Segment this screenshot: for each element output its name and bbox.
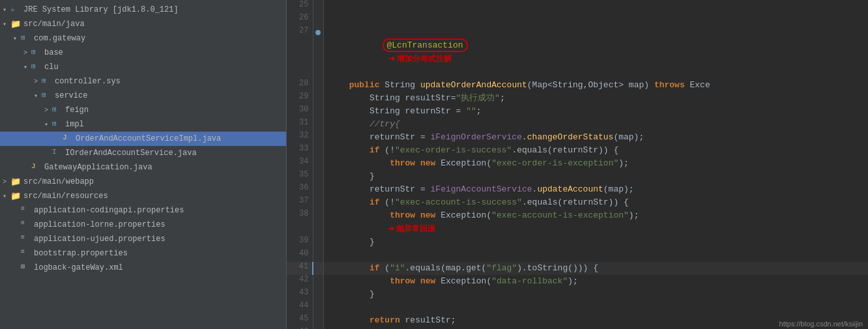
tree-item-app-ujued[interactable]: ≡ application-ujued.properties [0, 232, 286, 246]
tree-item-feign[interactable]: > ⊞ feign [0, 103, 286, 117]
tree-item-service[interactable]: ▾ ⊞ service [0, 89, 286, 103]
tree-item-order-account-impl[interactable]: J OrderAndAccountServiceImpl.java [0, 132, 286, 146]
tree-label: application-ujued.properties [34, 235, 166, 244]
tree-item-src-main-webapp[interactable]: > 📁 src/main/webapp [0, 175, 286, 189]
gutter [313, 183, 323, 196]
gutter-dot [315, 30, 321, 35]
gutter [313, 118, 323, 131]
tree-label: IOrderAndAccountService.java [65, 149, 197, 158]
tree-label: GatewayApplication.java [44, 163, 152, 172]
code-line [323, 249, 868, 262]
properties-icon: ≡ [21, 205, 31, 216]
file-tree[interactable]: ▾ ☕ JRE System Library [jdk1.8.0_121] ▾ … [0, 0, 287, 329]
expand-icon: > [44, 107, 52, 114]
gutter [313, 144, 323, 157]
watermark: https://blog.csdn.net/ksiijin [779, 320, 863, 328]
gutter [313, 196, 323, 209]
tree-item-controller-sys[interactable]: > ⊞ controller.sys [0, 74, 286, 89]
kw-public: public [349, 80, 380, 90]
table-row: 27 @LcnTransaction ➜ 增加分布式注解 [287, 26, 868, 79]
java-file-icon: J [31, 162, 42, 173]
tree-item-jre[interactable]: ▾ ☕ JRE System Library [jdk1.8.0_121] [0, 3, 286, 17]
tree-label: OrderAndAccountServiceImpl.java [76, 134, 221, 143]
tree-label: logback-gateWay.xml [34, 263, 123, 272]
tree-label: JRE System Library [jdk1.8.0_121] [23, 5, 179, 14]
package-icon: ⊞ [42, 91, 52, 101]
folder-icon: 📁 [10, 191, 21, 201]
jre-icon: ☕ [10, 5, 21, 15]
package-icon: ⊞ [52, 105, 63, 115]
line-number: 43 [287, 288, 313, 301]
line-number: 36 [287, 183, 313, 196]
table-row: 25 [287, 0, 868, 13]
code-line: String returnStr = ""; [323, 105, 868, 118]
tree-item-app-codingapi[interactable]: ≡ application-codingapi.properties [0, 203, 286, 218]
tree-item-com-gateway[interactable]: ▾ ⊞ com.gateway [0, 31, 286, 46]
code-line: returnStr = iFeignAccountService.updateA… [323, 183, 868, 196]
table-row: 35 } [287, 170, 868, 183]
expand-icon: ▾ [3, 6, 10, 14]
gutter [313, 236, 323, 249]
code-line: } [323, 288, 868, 301]
tree-label: base [44, 48, 63, 57]
line-number: 27 [287, 26, 313, 79]
tree-label: src/main/java [23, 20, 85, 29]
line-number: 25 [287, 0, 313, 13]
gutter [313, 92, 323, 105]
gutter [313, 249, 323, 262]
tree-item-bootstrap[interactable]: ≡ bootstrap.properties [0, 246, 286, 261]
expand-icon: ▾ [13, 35, 21, 42]
table-row: 32 returnStr = iFeignOrderService.change… [287, 131, 868, 144]
tree-label: com.gateway [34, 34, 85, 43]
table-row: 34 throw new Exception("exec-order-is-ex… [287, 157, 868, 170]
properties-icon: ≡ [21, 220, 31, 230]
tree-item-logback[interactable]: ⊠ logback-gateWay.xml [0, 261, 286, 275]
line-number: 39 [287, 236, 313, 249]
code-line: throw new Exception("exec-account-is-exc… [323, 209, 868, 236]
gutter [313, 79, 323, 92]
line-number: 28 [287, 79, 313, 92]
line-number: 44 [287, 301, 313, 314]
gutter [313, 301, 323, 314]
code-line: } [323, 236, 868, 249]
tree-item-gateway-app[interactable]: J GatewayApplication.java [0, 160, 286, 175]
code-line: if (!"exec-order-is-success".equals(retu… [323, 144, 868, 157]
table-row: 43 } [287, 288, 868, 301]
table-row: 42 throw new Exception("data-rollback"); [287, 275, 868, 288]
line-number: 34 [287, 157, 313, 170]
expand-icon: > [34, 78, 42, 85]
properties-icon: ≡ [21, 248, 31, 259]
gutter [313, 170, 323, 183]
code-line [323, 0, 868, 13]
code-line: @LcnTransaction ➜ 增加分布式注解 [323, 26, 868, 79]
code-line: public String updateOrderAndAccount(Map<… [323, 79, 868, 92]
table-row: 38 throw new Exception("exec-account-is-… [287, 209, 868, 236]
properties-icon: ≡ [21, 234, 31, 244]
tree-item-src-main-java[interactable]: ▾ 📁 src/main/java [0, 17, 286, 31]
code-editor: 25 26 27 @LcnTransaction ➜ 增加分布式注解 [287, 0, 868, 329]
tree-item-impl[interactable]: ▾ ⊞ impl [0, 117, 286, 132]
code-line: if (!"exec-account-is-success".equals(re… [323, 196, 868, 209]
expand-icon: ▾ [23, 63, 31, 71]
tree-item-src-main-resources[interactable]: ▾ 📁 src/main/resources [0, 189, 286, 203]
table-row: 33 if (!"exec-order-is-success".equals(r… [287, 144, 868, 157]
gutter [313, 26, 323, 79]
tree-label: impl [65, 120, 84, 129]
tree-item-app-lorne[interactable]: ≡ application-lorne.properties [0, 218, 286, 232]
tree-item-base[interactable]: > ⊞ base [0, 46, 286, 60]
folder-icon: 📁 [10, 177, 21, 187]
tree-label: controller.sys [55, 77, 121, 86]
gutter [313, 0, 323, 13]
gutter [313, 131, 323, 144]
table-row: 28 public String updateOrderAndAccount(M… [287, 79, 868, 92]
code-line [323, 13, 868, 26]
gutter [313, 13, 323, 26]
line-number: 41 [287, 262, 313, 275]
expand-icon: ▾ [3, 192, 10, 200]
code-line: } [323, 170, 868, 183]
table-row: 36 returnStr = iFeignAccountService.upda… [287, 183, 868, 196]
tree-item-clu[interactable]: ▾ ⊞ clu [0, 60, 286, 74]
tree-label: src/main/resources [23, 192, 108, 201]
tree-item-iorder-account[interactable]: I IOrderAndAccountService.java [0, 146, 286, 160]
table-row: 41 if ("1".equals(map.get("flag").toStri… [287, 262, 868, 275]
